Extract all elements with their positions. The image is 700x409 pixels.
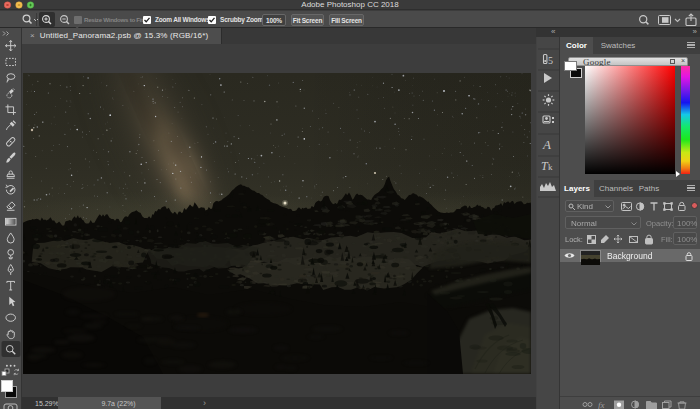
svg-text:5: 5 — [548, 55, 553, 66]
svg-text:k: k — [548, 162, 553, 172]
svg-text:A: A — [542, 137, 551, 152]
svg-text:fx: fx — [598, 400, 605, 409]
